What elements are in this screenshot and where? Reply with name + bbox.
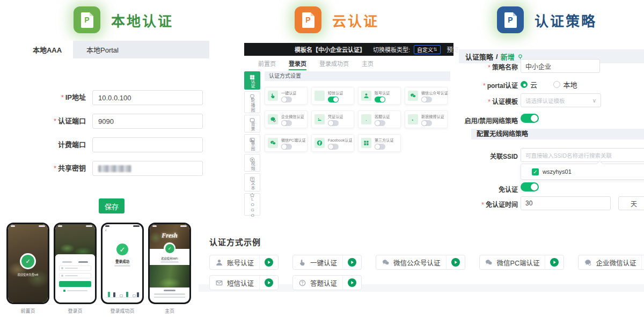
tab-local-aaa[interactable]: 本地AAA — [21, 41, 73, 58]
location-pin-icon — [517, 54, 523, 60]
method-toggle[interactable] — [375, 120, 385, 126]
method-toggle[interactable] — [281, 97, 292, 102]
agreement-row — [59, 290, 91, 292]
portal-logo: ✓ — [20, 253, 36, 269]
play-button-icon[interactable] — [642, 258, 644, 267]
accounting-port-input[interactable] — [92, 137, 203, 152]
tab-local-portal[interactable]: 本地Portal — [73, 41, 132, 58]
breadcrumb-root[interactable]: 认证策略 — [465, 51, 493, 62]
field-label: *IP地址 — [21, 90, 92, 105]
password-field[interactable] — [59, 273, 91, 278]
time-subtext-bar — [160, 261, 179, 263]
method-toggle[interactable] — [328, 120, 339, 126]
play-button-icon[interactable] — [260, 278, 278, 287]
wecom-icon — [584, 259, 591, 266]
policy-name-input[interactable]: 中小企业 — [521, 59, 600, 73]
method-toggle[interactable] — [421, 120, 432, 126]
template-type-select[interactable]: 自定义 ⇅ — [414, 45, 441, 54]
wireless-policy-section-title: 配置无线网络策略 — [471, 129, 644, 139]
example-button[interactable]: 企业微信认证 — [578, 255, 644, 270]
auth-method-card: 微信公众号认证 — [405, 87, 448, 105]
enable-policy-toggle[interactable] — [521, 114, 539, 123]
method-toggle[interactable] — [421, 97, 432, 102]
wechat-icon — [485, 259, 493, 266]
example-button[interactable]: 短信认证 — [209, 275, 279, 290]
sidebar-item-rect[interactable]: 背景 — [244, 115, 260, 133]
policy-title: 认证策略 — [535, 10, 597, 30]
checkbox-checked-icon[interactable]: ✓ — [532, 168, 539, 175]
sidebar-item-text[interactable]: 文本 — [244, 173, 260, 191]
method-label: 账号认证 — [375, 90, 390, 95]
text-icon — [250, 174, 255, 180]
method-label: 凭证认证 — [328, 113, 343, 119]
editor-tab-1[interactable]: 登录页 — [289, 59, 306, 70]
question-icon — [361, 114, 371, 124]
auth-method-card: 账号认证 — [358, 87, 401, 105]
method-toggle[interactable] — [375, 97, 385, 102]
local-auth-tabbar: 本地AAA 本地Portal — [21, 41, 209, 58]
play-button-icon[interactable] — [260, 258, 278, 267]
auth-method-card: 答题认证 — [358, 110, 401, 128]
shared-key-input[interactable] — [92, 161, 203, 176]
play-button-icon[interactable] — [343, 278, 361, 287]
wechat-icon — [382, 259, 389, 266]
method-toggle[interactable] — [328, 144, 339, 150]
method-label: 企业微信认证 — [281, 113, 303, 119]
sidebar-item-star[interactable]: LOGO — [244, 193, 260, 216]
free-auth-label: 免认证 — [453, 185, 518, 194]
facebook-icon — [314, 138, 325, 148]
editor-tab-0[interactable]: 前置页 — [258, 59, 276, 70]
local-auth-form: *IP地址10.0.0.100*认证端口9090计费端口*共享密钥保存 — [21, 90, 210, 213]
editor-tab-3[interactable]: 主页 — [362, 59, 374, 70]
checkbox-icon[interactable] — [63, 290, 65, 292]
example-button[interactable]: 微信公众号认证 — [376, 255, 465, 270]
sidebar-item-image[interactable]: 单图 — [244, 134, 260, 152]
play-button-icon[interactable] — [545, 258, 564, 267]
free-auth-toggle[interactable] — [521, 182, 539, 191]
method-toggle[interactable] — [281, 120, 292, 126]
login-tab-active[interactable] — [78, 261, 88, 263]
example-button[interactable]: 微信PC端认证 — [479, 255, 565, 270]
template-editor: 模板名【中小企业云认证】 切换模板类型: 自定义 ⇅ 预览 前置页登录页登录成功… — [244, 43, 453, 216]
auth-port-input[interactable]: 9090 — [92, 114, 203, 129]
radio-cloud[interactable]: 云 — [521, 79, 537, 90]
ssid-search-input[interactable]: 可直接输入SSID名称进行搜索关联 — [521, 148, 644, 162]
username-field[interactable] — [59, 266, 91, 271]
sidebar-item-carousel[interactable]: 轮播图 — [244, 91, 260, 113]
ssid-option[interactable]: wszyhys01 — [543, 168, 572, 175]
save-button[interactable]: 保存 — [99, 198, 125, 213]
ssid-label: 关联SSID — [453, 151, 518, 160]
auth-method-card: 新浪微博认证 — [405, 110, 448, 128]
grid-icon — [361, 138, 371, 148]
sidebar-item-label: 视频 — [250, 161, 254, 171]
method-toggle[interactable] — [328, 97, 339, 102]
user-icon — [361, 91, 371, 101]
play-button-icon[interactable] — [447, 258, 465, 267]
radio-local[interactable]: 本地 — [553, 79, 577, 90]
back-arrow-icon[interactable]: ‹ — [105, 228, 106, 232]
preview-button[interactable]: 预览 — [447, 45, 459, 54]
example-label: 一键认证 — [310, 257, 337, 268]
sidebar-item-video[interactable]: 视频 — [244, 154, 260, 172]
editor-tab-2[interactable]: 登录成功页 — [319, 59, 349, 70]
field-label: *认证端口 — [21, 114, 92, 129]
method-toggle[interactable] — [281, 144, 292, 150]
phone-caption: 登录成功页 — [99, 307, 145, 314]
example-label: 短信认证 — [227, 278, 254, 288]
grid-icon — [250, 72, 255, 78]
login-button[interactable] — [59, 281, 91, 287]
phone-mockup-home: Fresh ✓ 欢迎使用WiFi — [148, 223, 191, 304]
example-button[interactable]: 答题认证 — [292, 275, 362, 290]
ip-address-input[interactable]: 10.0.0.100 — [92, 90, 203, 105]
wechat-icon — [408, 91, 418, 101]
sidebar-item-grid[interactable]: 认证 — [244, 71, 260, 90]
auth-template-select[interactable]: 请选择认证模板 ∨ — [521, 93, 601, 107]
method-toggle[interactable] — [375, 144, 385, 150]
success-check-icon: ✓ — [116, 244, 128, 255]
example-button[interactable]: 账号认证 — [209, 255, 279, 270]
free-auth-time-input[interactable]: 30 — [521, 196, 611, 210]
play-button-icon[interactable] — [343, 258, 361, 267]
example-button[interactable]: 一键认证 — [292, 255, 362, 270]
login-tab[interactable] — [62, 261, 72, 263]
time-unit-select[interactable]: 天 — [618, 196, 644, 210]
